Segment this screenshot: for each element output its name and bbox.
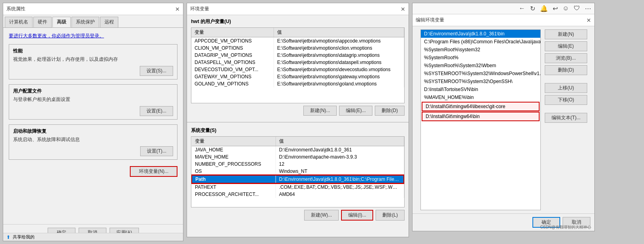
user-var-name: DATASPELL_VM_OPTIONS [191,59,274,66]
startup-recovery-desc: 系统启动、系统故障和调试信息 [13,136,173,143]
sys-var-row[interactable]: OSWindows_NT [192,168,404,175]
editenv-titlebar: 编辑环境变量 ✕ [413,14,594,26]
user-edit-button[interactable]: 编辑(E)... [339,106,372,116]
startup-recovery-label: 启动和故障恢复 [13,128,173,135]
sys-var-row[interactable]: JAVA_HOMED:\Environment\Java\jdk1.8.0_36… [192,146,404,154]
env-var-button[interactable]: 环境变量(N)... [130,166,177,177]
path-list-container[interactable]: D:\Environment\Java\jdk1.8.0_361\binC:\P… [420,29,541,210]
user-var-row[interactable]: DATASPELL_VM_OPTIONSE:\Software\jetbra\v… [191,59,404,66]
sys-var-name: PROCESSOR_ARCHITECT... [192,191,276,198]
sys-var-row[interactable]: NUMBER_OF_PROCESSORS12 [192,161,404,168]
path-list-item[interactable]: D:\Install\Git\mingw64\bin [422,112,540,121]
path-list-item[interactable]: %SystemRoot%\system32 [421,46,540,54]
editenv-browse-button[interactable]: 浏览(B)... [545,53,587,63]
sys-var-name: MAVEN_HOME [192,153,276,161]
sys-var-value-header: 值 [276,137,404,146]
sys-vars-table-container[interactable]: 变量 值 JAVA_HOMED:\Environment\Java\jdk1.8… [191,136,405,207]
user-profile-settings-button[interactable]: 设置(E)... [140,106,173,116]
sysattr-content: 要进行大多数更改，你必须作为管理员登录。 性能 视觉效果，处理器计划，内存使用，… [3,28,183,224]
return-icon[interactable]: ↩ [553,5,558,12]
user-var-name: GOLAND_VM_OPTIONS [191,80,274,87]
path-list-item[interactable]: D:\Install\TortoiseSVN\bin [421,85,540,93]
performance-label: 性能 [13,48,173,54]
tab-computer-name[interactable]: 计算机名 [5,17,33,27]
editenv-move-up-button[interactable]: 上移(U) [545,83,587,93]
sys-edit-button[interactable]: 编辑(I)... [341,210,373,221]
path-list-item[interactable]: %MAVEN_HOME%\bin [421,93,540,101]
sys-var-name: Path [192,175,276,183]
sys-vars-btns: 新建(W)... 编辑(I)... 删除(L) [191,207,405,222]
user-vars-table-container[interactable]: 变量 值 APPCODE_VM_OPTIONSE:\Software\jetbr… [191,27,405,103]
user-profile-section: 用户配置文件 与登录帐户相关的桌面设置 设置(E)... [9,84,177,120]
path-list-item[interactable]: C:\Program Files (x86)\Common Files\Orac… [421,38,540,46]
path-list-item[interactable]: %SystemRoot% [421,54,540,62]
user-var-name-header: 变量 [191,28,274,37]
more-icon[interactable]: ⋯ [585,5,591,12]
user-vars-table: 变量 值 APPCODE_VM_OPTIONSE:\Software\jetbr… [191,28,404,87]
user-delete-button[interactable]: 删除(D) [375,106,405,116]
user-var-name: APPCODE_VM_OPTIONS [191,37,274,45]
sysattr-titlebar: 系统属性 ✕ [3,3,183,15]
sys-var-row[interactable]: PROCESSOR_ARCHITECT...AMD64 [192,191,404,198]
user-var-row[interactable]: CLION_VM_OPTIONSE:\Software\jetbra\vmopt… [191,45,404,52]
sys-delete-button[interactable]: 删除(L) [376,210,405,221]
user-var-row[interactable]: GATEWAY_VM_OPTIONSE:\Software\jetbra\vmo… [191,73,404,80]
startup-recovery-section: 启动和故障恢复 系统启动、系统故障和调试信息 设置(T)... [9,124,177,160]
bottom-bar: ⬆ 共享给我的 [3,233,183,241]
user-var-value: E:\Software\jetbra\vmoptions\devecostudi… [274,66,404,73]
user-vars-section: hwt 的用户变量(U) 变量 值 APPCODE_VM_OPTIONSE:\S… [187,15,409,120]
sys-var-name: NUMBER_OF_PROCESSORS [192,161,276,168]
path-list-item[interactable]: D:\Install\Git\mingw64\libexec\git-core [422,102,540,111]
user-var-name: DEVECOSTUDIO_VM_OPT... [191,66,274,73]
user-var-value: E:\Software\jetbra\vmoptions\goland.vmop… [274,80,404,87]
envvar-close-icon[interactable]: ✕ [401,6,405,12]
sysattr-close-icon[interactable]: ✕ [175,6,180,12]
sys-vars-section: 系统变量(S) 变量 值 JAVA_HOMED:\Environment\Jav… [187,124,409,225]
sys-var-name-header: 变量 [192,137,276,146]
editenv-edit-text-button[interactable]: 编辑文本(T)... [545,113,587,123]
user-var-name: CLION_VM_OPTIONS [191,45,274,52]
sys-var-row[interactable]: MAVEN_HOMED:\Environment\apache-maven-3.… [192,153,404,161]
user-var-row[interactable]: DEVECOSTUDIO_VM_OPT...E:\Software\jetbra… [191,66,404,73]
tab-advanced[interactable]: 高级 [52,17,71,27]
sys-var-value: .COM;.EXE;.BAT;.CMD;.VBS;.VBE;.JS;.JSE;.… [276,183,404,191]
sys-var-name: JAVA_HOME [192,146,276,154]
edit-right-buttons: 新建(N) 编辑(E) 浏览(B)... 删除(D) 上移(U) 下移(O) 编… [545,26,590,213]
editenv-move-down-button[interactable]: 下移(O) [545,95,587,105]
sys-var-row[interactable]: PATHEXT.COM;.EXE;.BAT;.CMD;.VBS;.VBE;.JS… [192,183,404,191]
path-list-item[interactable]: %SYSTEMROOT%\System32\OpenSSH\ [421,77,540,85]
user-var-name: DATAGRIP_VM_OPTIONS [191,52,274,59]
user-var-row[interactable]: APPCODE_VM_OPTIONSE:\Software\jetbra\vmo… [191,37,404,45]
tab-system-protection[interactable]: 系统保护 [71,17,99,27]
user-var-value: E:\Software\jetbra\vmoptions\datagrip.vm… [274,52,404,59]
user-icon[interactable]: ☺ [563,5,569,12]
editenv-title: 编辑环境变量 [416,17,444,23]
editenv-new-button[interactable]: 新建(N) [545,29,587,39]
path-list-item[interactable]: %SYSTEMROOT%\System32\WindowsPowerShell\… [421,70,540,77]
editenv-close-icon[interactable]: ✕ [586,17,591,23]
back-icon[interactable]: ← [519,5,525,12]
path-list-item[interactable]: %SystemRoot%\System32\Wbem [421,62,540,70]
editenv-delete-button[interactable]: 删除(D) [545,65,587,75]
sys-new-button[interactable]: 新建(W)... [304,210,339,221]
performance-settings-button[interactable]: 设置(S)... [140,66,173,76]
shield-icon[interactable]: 🛡 [574,5,580,12]
refresh-icon[interactable]: ↻ [530,5,535,12]
csdn-label: CSDN@有颗理智的大精神心 [540,225,592,230]
user-new-button[interactable]: 新建(N)... [303,106,337,116]
notification-icon[interactable]: 🔔 [540,5,548,12]
tab-remote[interactable]: 远程 [100,17,118,27]
divider [187,122,409,122]
sys-var-row[interactable]: PathD:\Environment\Java\jdk1.8.0_361\bin… [192,175,404,183]
user-var-row[interactable]: GOLAND_VM_OPTIONSE:\Software\jetbra\vmop… [191,80,404,87]
user-profile-desc: 与登录帐户相关的桌面设置 [13,96,173,103]
sys-vars-table: 变量 值 JAVA_HOMED:\Environment\Java\jdk1.8… [191,137,404,198]
sys-var-value: D:\Environment\apache-maven-3.9.3 [276,153,404,161]
user-var-row[interactable]: DATAGRIP_VM_OPTIONSE:\Software\jetbra\vm… [191,52,404,59]
user-profile-label: 用户配置文件 [13,88,173,95]
path-list-item[interactable]: D:\Environment\Java\jdk1.8.0_361\bin [421,30,540,38]
tab-hardware[interactable]: 硬件 [33,17,52,27]
sys-var-value: 12 [276,161,404,168]
editenv-edit-button[interactable]: 编辑(E) [545,41,587,51]
startup-settings-button[interactable]: 设置(T)... [140,146,173,156]
